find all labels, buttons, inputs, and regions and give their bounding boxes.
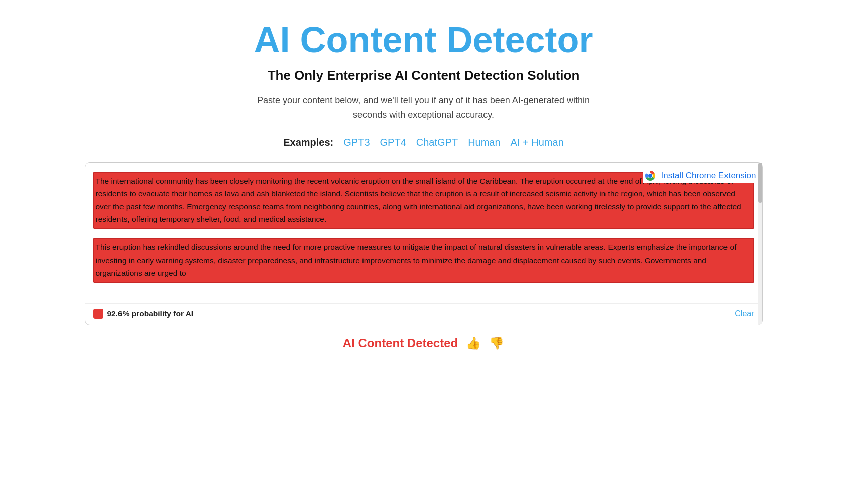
- ai-indicator-dot: [93, 309, 103, 319]
- example-link-chatgpt[interactable]: ChatGPT: [416, 137, 458, 148]
- chrome-extension-label: Install Chrome Extension: [661, 171, 756, 181]
- chrome-icon: [643, 169, 657, 183]
- probability-badge: 92.6% probability for AI: [93, 309, 194, 319]
- example-link-human[interactable]: Human: [468, 137, 500, 148]
- page-description: Paste your content below, and we'll tell…: [253, 93, 594, 122]
- text-content-area[interactable]: The international community has been clo…: [85, 163, 762, 303]
- content-paragraph-2: This eruption has rekindled discussions …: [93, 238, 754, 283]
- page-subtitle: The Only Enterprise AI Content Detection…: [268, 68, 580, 83]
- example-link-gpt3[interactable]: GPT3: [343, 137, 370, 148]
- thumbs-up-button[interactable]: 👍: [466, 336, 481, 350]
- bottom-bar: 92.6% probability for AI Clear: [85, 303, 762, 325]
- chrome-logo-svg: [643, 169, 657, 183]
- scrollbar-thumb[interactable]: [758, 163, 762, 203]
- clear-button[interactable]: Clear: [735, 309, 754, 318]
- examples-label: Examples:: [283, 137, 333, 148]
- detector-box: Install Chrome Extension The internation…: [85, 162, 763, 325]
- result-row: AI Content Detected 👍 👎: [343, 336, 504, 350]
- chrome-extension-button[interactable]: Install Chrome Extension: [643, 169, 756, 183]
- probability-text: 92.6% probability for AI: [107, 309, 194, 318]
- example-link-ai-human[interactable]: AI + Human: [511, 137, 564, 148]
- thumbs-down-button[interactable]: 👎: [489, 336, 504, 350]
- result-label: AI Content Detected: [343, 336, 458, 350]
- example-link-gpt4[interactable]: GPT4: [380, 137, 406, 148]
- svg-point-2: [648, 174, 652, 178]
- examples-row: Examples: GPT3 GPT4 ChatGPT Human AI + H…: [283, 137, 564, 148]
- scrollbar-track[interactable]: [758, 163, 762, 325]
- page-title: AI Content Detector: [254, 20, 593, 60]
